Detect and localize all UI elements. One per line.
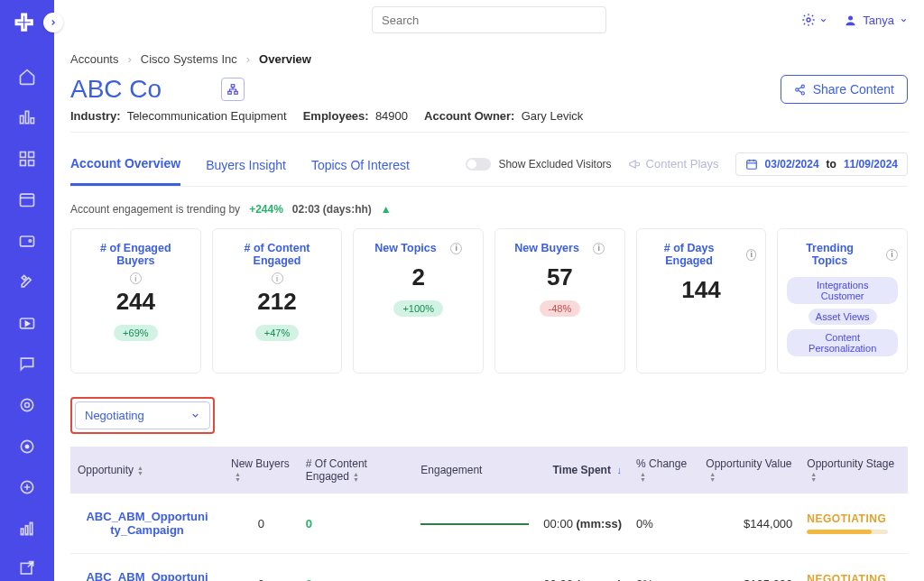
svg-rect-19 (30, 522, 32, 534)
kpi-trending-topics: Trending Topics i Integrations Customer … (777, 228, 908, 374)
kpi-value: 212 (257, 288, 296, 316)
svg-rect-23 (231, 85, 235, 88)
svg-point-26 (801, 85, 804, 88)
sidebar-item-video[interactable] (14, 311, 40, 335)
kpi-value: 144 (681, 276, 720, 304)
breadcrumb-sep: › (127, 52, 131, 66)
search-input[interactable] (372, 6, 606, 33)
svg-point-21 (807, 18, 810, 22)
sidebar-item-tools[interactable] (14, 271, 40, 294)
sidebar-item-wallet[interactable] (14, 229, 40, 253)
opportunities-table: Opportunity▲▼ New Buyers▲▼ # Of Content … (70, 447, 908, 581)
sidebar-item-grid[interactable] (14, 147, 40, 171)
topbar: Tanya (54, 0, 924, 40)
info-icon[interactable]: i (130, 272, 142, 284)
cell-content-engaged: 0 (299, 554, 414, 582)
main-content: Accounts › Cisco Systems Inc › Overview … (54, 40, 924, 581)
cell-opportunity-name[interactable]: ABC_ABM_Opportunity_Campaign2 (70, 554, 224, 582)
cell-engagement (413, 554, 536, 582)
topic-chip[interactable]: Asset Views (808, 309, 877, 325)
search-field[interactable] (382, 14, 596, 27)
share-content-button[interactable]: Share Content (781, 75, 908, 104)
kpi-title: Trending Topics (787, 242, 872, 267)
date-range-picker[interactable]: 03/02/2024 to 11/09/2024 (735, 152, 908, 176)
th-opp-stage[interactable]: Opportunity Stage▲▼ (799, 447, 908, 493)
svg-point-28 (801, 91, 804, 94)
th-engagement[interactable]: Engagement (413, 447, 536, 493)
cell-time-spent: 00:00 (mm:ss) (536, 554, 629, 582)
tab-topics-of-interest[interactable]: Topics Of Interest (311, 152, 410, 185)
info-icon[interactable]: i (450, 243, 462, 254)
breadcrumb: Accounts › Cisco Systems Inc › Overview (70, 52, 908, 66)
breadcrumb-account-name[interactable]: Cisco Systems Inc (141, 52, 237, 66)
settings-menu[interactable] (801, 13, 827, 27)
show-excluded-toggle[interactable]: Show Excluded Visitors (466, 158, 611, 171)
sidebar-item-chat[interactable] (14, 353, 40, 376)
trending-time: 02:03 (days:hh) (292, 203, 372, 216)
kpi-badge: +69% (114, 325, 157, 341)
trending-summary: Account engagement is trending by +244% … (70, 203, 908, 216)
meta-industry-label: Industry: (70, 109, 121, 123)
chevron-down-icon (900, 16, 908, 24)
sidebar-item-reports[interactable] (14, 517, 40, 540)
sidebar-item-home[interactable] (14, 65, 40, 88)
meta-owner-value: Gary Levick (522, 109, 584, 123)
th-new-buyers[interactable]: New Buyers▲▼ (224, 447, 299, 493)
tab-buyers-insight[interactable]: Buyers Insight (206, 152, 286, 185)
kpi-title: New Buyers (514, 242, 579, 254)
meta-industry-value: Telecommunication Equipment (127, 109, 287, 123)
user-menu[interactable]: Tanya (844, 14, 908, 27)
sidebar-item-export[interactable] (14, 558, 40, 581)
toggle-switch[interactable] (466, 158, 491, 171)
topic-chip[interactable]: Content Personalization (787, 329, 898, 356)
user-icon (844, 14, 857, 27)
account-meta: Industry: Telecommunication Equipment Em… (70, 109, 908, 133)
svg-rect-7 (21, 195, 34, 207)
sidebar-item-target3[interactable] (14, 475, 40, 499)
toggle-label-text: Show Excluded Visitors (498, 158, 611, 171)
kpi-title: New Topics (374, 242, 437, 254)
megaphone-icon (628, 158, 641, 171)
svg-rect-31 (746, 160, 756, 168)
kpi-value: 2 (411, 263, 424, 291)
topic-chip[interactable]: Integrations Customer (787, 277, 898, 304)
svg-line-29 (798, 87, 801, 88)
breadcrumb-sep: › (246, 52, 250, 66)
content-plays-label: Content Plays (646, 157, 719, 171)
sidebar (0, 0, 54, 581)
stage-filter-dropdown[interactable]: Negotiating (75, 401, 210, 429)
breadcrumb-accounts[interactable]: Accounts (70, 52, 118, 66)
kpi-title: # of Days Engaged (646, 242, 733, 267)
date-to: 11/09/2024 (844, 158, 898, 171)
info-icon[interactable]: i (272, 272, 283, 284)
hierarchy-icon[interactable] (221, 78, 245, 101)
info-icon[interactable]: i (886, 249, 898, 261)
kpi-value: 57 (547, 263, 573, 291)
svg-rect-5 (21, 160, 26, 165)
tab-account-overview[interactable]: Account Overview (70, 151, 180, 186)
th-opp-value[interactable]: Opportunity Value▲▼ (698, 447, 799, 493)
kpi-days-engaged: # of Days Engaged i 144 (636, 228, 767, 374)
sidebar-expand-button[interactable] (43, 13, 63, 32)
sidebar-item-calendar[interactable] (14, 189, 40, 212)
th-pct-change[interactable]: % Change▲▼ (629, 447, 698, 493)
svg-rect-25 (235, 91, 238, 94)
cell-content-engaged: 0 (299, 493, 414, 554)
info-icon[interactable]: i (593, 243, 605, 254)
table-row: ABC_ABM_Opportunity_Campaign20000:00 (mm… (70, 554, 908, 582)
svg-rect-2 (31, 118, 33, 124)
th-time-spent[interactable]: Time Spent ↓ (536, 447, 629, 493)
cell-opportunity-name[interactable]: ABC_ABM_Opportunity_Campaign (70, 493, 224, 554)
share-icon (794, 84, 806, 96)
meta-employees-label: Employees: (303, 109, 369, 123)
sidebar-item-target1[interactable] (14, 393, 40, 417)
breadcrumb-current: Overview (259, 52, 311, 66)
svg-rect-18 (25, 525, 28, 534)
th-opportunity[interactable]: Opportunity▲▼ (70, 447, 224, 493)
sidebar-item-analytics[interactable] (14, 106, 40, 130)
th-content-engaged[interactable]: # Of Content Engaged▲▼ (299, 447, 414, 493)
content-plays-link[interactable]: Content Plays (628, 157, 719, 171)
info-icon[interactable]: i (746, 249, 756, 261)
kpi-content-engaged: # of Content Engaged i 212 +47% (212, 228, 343, 374)
sidebar-item-target2[interactable] (14, 435, 40, 458)
